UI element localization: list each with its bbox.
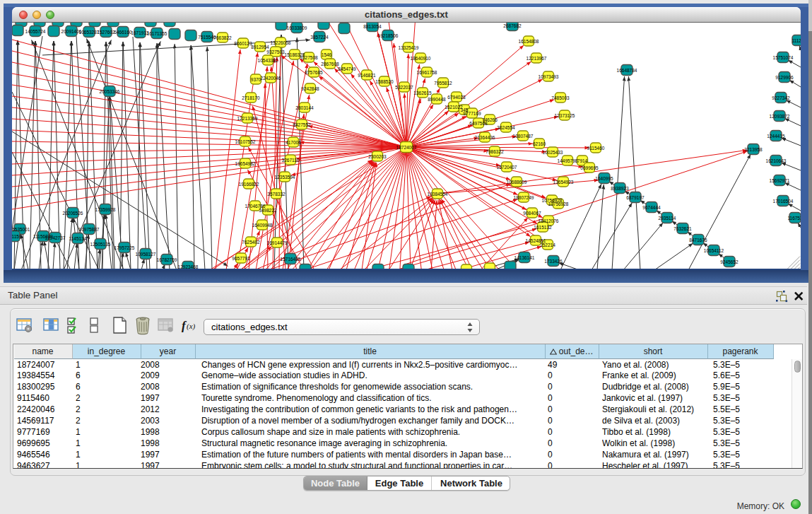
svg-text:17359928: 17359928: [95, 207, 116, 212]
svg-text:8813054: 8813054: [363, 24, 382, 29]
svg-text:3498222: 3498222: [259, 208, 277, 213]
svg-text:9327508: 9327508: [300, 55, 318, 60]
svg-text:991159: 991159: [12, 234, 22, 239]
svg-text:13325419: 13325419: [399, 45, 419, 50]
svg-text:252214: 252214: [540, 243, 555, 247]
svg-text:1640995: 1640995: [595, 176, 613, 181]
svg-text:8427552: 8427552: [293, 122, 311, 127]
svg-text:9370: 9370: [251, 77, 261, 82]
svg-text:2803144: 2803144: [295, 105, 314, 110]
svg-text:3213958: 3213958: [744, 147, 763, 152]
svg-text:9242848: 9242848: [301, 86, 319, 91]
svg-text:22420046: 22420046: [261, 76, 281, 81]
svg-text:12353594: 12353594: [275, 175, 295, 180]
svg-text:12505135: 12505135: [90, 242, 111, 247]
svg-text:18640910: 18640910: [411, 56, 431, 61]
svg-text:14055724: 14055724: [25, 29, 46, 34]
svg-text:9327503: 9327503: [266, 49, 285, 54]
svg-text:16961758: 16961758: [417, 70, 437, 75]
svg-text:10958127: 10958127: [136, 252, 156, 257]
svg-text:19218506: 19218506: [378, 33, 399, 38]
svg-text:12373125: 12373125: [555, 113, 575, 118]
svg-text:6879197: 6879197: [626, 195, 645, 200]
svg-text:9657791: 9657791: [232, 256, 250, 261]
svg-text:10975887: 10975887: [79, 227, 100, 232]
svg-text:6794028: 6794028: [447, 95, 466, 100]
svg-text:10807487: 10807487: [513, 134, 534, 139]
svg-text:1615132: 1615132: [534, 225, 552, 230]
svg-text:14136141: 14136141: [514, 255, 535, 260]
svg-text:15720407: 15720407: [497, 165, 517, 170]
svg-text:14495798: 14495798: [558, 158, 578, 163]
svg-text:16107552: 16107552: [235, 139, 256, 144]
svg-text:3267110: 3267110: [282, 158, 300, 163]
svg-text:3624554: 3624554: [497, 125, 515, 130]
svg-text:8990448: 8990448: [428, 97, 446, 102]
svg-text:1733426: 1733426: [544, 259, 563, 264]
svg-text:1145134: 1145134: [69, 236, 87, 241]
svg-text:15716485: 15716485: [281, 257, 301, 262]
svg-text:15692971: 15692971: [770, 178, 790, 183]
svg-text:1588520: 1588520: [375, 79, 394, 84]
svg-text:20053346: 20053346: [100, 89, 120, 94]
svg-text:6497568: 6497568: [469, 121, 488, 126]
svg-text:8912954: 8912954: [251, 45, 269, 49]
svg-text:11123: 11123: [792, 38, 801, 43]
svg-text:1244415: 1244415: [767, 134, 785, 139]
svg-text:17957225: 17957225: [114, 245, 135, 250]
svg-text:18724007: 18724007: [396, 145, 417, 150]
svg-text:2935114: 2935114: [659, 216, 676, 221]
svg-text:9777169: 9777169: [463, 111, 481, 116]
svg-text:12942737: 12942737: [45, 235, 66, 240]
svg-text:19384554: 19384554: [428, 192, 448, 197]
svg-text:16033809: 16033809: [287, 25, 307, 30]
svg-text:9084067: 9084067: [523, 211, 541, 216]
svg-text:7986322: 7986322: [486, 149, 504, 154]
svg-text:16648784: 16648784: [617, 68, 637, 73]
svg-text:7663822: 7663822: [213, 35, 232, 40]
svg-text:16154808: 16154808: [519, 39, 539, 44]
svg-text:7914: 7914: [577, 158, 588, 163]
svg-text:7632621: 7632621: [673, 226, 692, 231]
svg-text:10025433: 10025433: [543, 150, 563, 155]
svg-text:10756928: 10756928: [548, 201, 569, 206]
svg-text:8938923: 8938923: [611, 186, 629, 191]
svg-text:8660123: 8660123: [234, 41, 252, 46]
svg-text:8454749: 8454749: [338, 66, 356, 71]
svg-text:116753: 116753: [787, 216, 801, 221]
svg-text:2718170: 2718170: [242, 95, 260, 100]
svg-text:6466160: 6466160: [114, 30, 132, 35]
svg-text:12213369: 12213369: [237, 116, 258, 121]
svg-text:16409948: 16409948: [252, 223, 273, 228]
svg-text:417006: 417006: [286, 140, 301, 145]
svg-text:62160: 62160: [533, 141, 546, 146]
svg-text:12923468: 12923468: [178, 264, 199, 269]
svg-text:26535001: 26535001: [12, 227, 30, 232]
svg-text:9115460: 9115460: [587, 146, 605, 151]
svg-text:10688609: 10688609: [507, 180, 527, 185]
svg-text:5322037: 5322037: [395, 85, 413, 90]
svg-text:8757685: 8757685: [305, 70, 323, 75]
svg-text:1527602: 1527602: [97, 30, 115, 35]
svg-text:12213967: 12213967: [526, 56, 547, 61]
svg-text:19166822: 19166822: [239, 182, 259, 187]
svg-text:2867608: 2867608: [321, 62, 339, 66]
svg-text:16171355: 16171355: [147, 31, 167, 36]
svg-text:2300203: 2300203: [368, 154, 387, 159]
svg-text:7955812: 7955812: [434, 81, 452, 86]
svg-text:0699695: 0699695: [580, 165, 599, 170]
svg-text:3857224: 3857224: [310, 35, 329, 40]
svg-text:20206526: 20206526: [63, 211, 83, 216]
svg-text:7625402: 7625402: [242, 240, 260, 245]
svg-text:19654982: 19654982: [235, 161, 256, 166]
svg-text:10654112: 10654112: [704, 248, 724, 253]
svg-text:9245652: 9245652: [720, 259, 739, 264]
svg-text:12093872: 12093872: [770, 114, 790, 119]
svg-text:16210643: 16210643: [766, 158, 787, 163]
svg-text:3578332: 3578332: [267, 192, 286, 197]
svg-text:17016504: 17016504: [773, 199, 794, 204]
svg-text:18412076: 18412076: [539, 218, 559, 223]
svg-text:13226058: 13226058: [271, 40, 291, 45]
svg-text:15751074: 15751074: [773, 55, 794, 60]
svg-text:2687682: 2687682: [503, 23, 522, 28]
